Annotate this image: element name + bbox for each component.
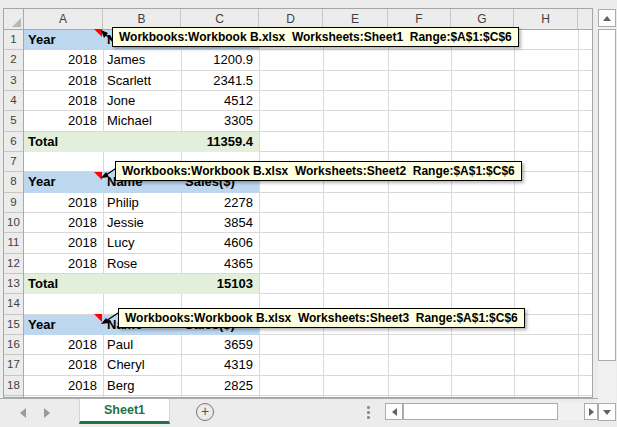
total-label-cell[interactable]: Total [24, 274, 103, 294]
column-header-c[interactable]: C [181, 9, 259, 29]
tab-sheet1[interactable]: Sheet1 [79, 399, 170, 424]
new-sheet-button[interactable]: + [196, 403, 214, 421]
table-row[interactable]: 2018 Philip 2278 [24, 193, 259, 213]
name-cell[interactable]: Philip [103, 193, 181, 213]
total-label-cell[interactable]: Total [24, 132, 103, 152]
column-header-a[interactable]: A [24, 9, 103, 29]
sales-cell[interactable]: 2278 [181, 193, 259, 213]
name-cell[interactable]: Jone [103, 91, 181, 111]
row-header[interactable]: 15 [4, 315, 23, 335]
tab-scrollbar-splitter[interactable] [367, 406, 370, 420]
gridline [578, 30, 579, 398]
sales-cell[interactable]: 3659 [181, 335, 259, 355]
sales-cell[interactable]: 4512 [181, 91, 259, 111]
table-row[interactable]: 2018 James 1200.9 [24, 50, 259, 70]
table-row[interactable]: 2018 Jone 4512 [24, 91, 259, 111]
table-row[interactable]: 2018 Cheryl 4319 [24, 355, 259, 375]
row-header[interactable]: 8 [4, 172, 23, 192]
scroll-down-button[interactable] [598, 403, 616, 421]
row-header[interactable]: 5 [4, 111, 23, 131]
next-sheet-icon [44, 408, 50, 418]
name-cell[interactable]: Berg [103, 376, 181, 396]
table-row[interactable]: 2018 Berg 2825 [24, 376, 259, 396]
scroll-right-button[interactable] [584, 403, 598, 420]
year-cell[interactable]: 2018 [24, 111, 103, 131]
row-header[interactable]: 16 [4, 335, 23, 355]
row-header[interactable]: 11 [4, 233, 23, 253]
sheet-nav-next-button[interactable] [41, 407, 53, 419]
name-cell[interactable]: Jessie [103, 213, 181, 233]
column-header-d[interactable]: D [259, 9, 323, 29]
scroll-right-icon [589, 408, 594, 416]
year-cell[interactable]: 2018 [24, 376, 103, 396]
name-cell[interactable]: Cheryl [103, 355, 181, 375]
row-header[interactable]: 1 [4, 30, 23, 50]
year-header-cell[interactable]: Year [24, 30, 103, 50]
gridline [323, 30, 324, 398]
column-header-partial[interactable] [578, 9, 593, 29]
row-header[interactable]: 6 [4, 132, 23, 152]
row-header[interactable]: 18 [4, 376, 23, 396]
row-header[interactable]: 14 [4, 294, 23, 314]
row-header[interactable]: 4 [4, 91, 23, 111]
table-row[interactable]: 2018 Scarlett 2341.5 [24, 71, 259, 91]
name-cell[interactable]: Michael [103, 111, 181, 131]
year-cell[interactable]: 2018 [24, 335, 103, 355]
year-cell[interactable]: 2018 [24, 50, 103, 70]
row-header[interactable]: 17 [4, 355, 23, 375]
scroll-left-button[interactable] [385, 403, 403, 420]
sheet-nav-prev-button[interactable] [17, 407, 29, 419]
name-cell[interactable]: Paul [103, 335, 181, 355]
table-row[interactable]: 2018 Lucy 4606 [24, 233, 259, 253]
vertical-scrollbar-thumb[interactable] [598, 29, 616, 361]
sales-cell[interactable]: 4365 [181, 254, 259, 274]
sales-cell[interactable]: 4319 [181, 355, 259, 375]
column-header-f[interactable]: F [388, 9, 451, 29]
vertical-scrollbar[interactable] [598, 9, 616, 421]
year-cell[interactable]: 2018 [24, 233, 103, 253]
scroll-up-button[interactable] [598, 9, 616, 27]
year-cell[interactable]: 2018 [24, 254, 103, 274]
column-header-h[interactable]: H [514, 9, 578, 29]
year-header-cell[interactable]: Year [24, 315, 103, 335]
name-cell[interactable]: Scarlett [103, 71, 181, 91]
year-cell[interactable]: 2018 [24, 355, 103, 375]
column-header-g[interactable]: G [451, 9, 514, 29]
name-cell[interactable]: Rose [103, 254, 181, 274]
total-row[interactable]: Total 11359.4 [24, 132, 259, 152]
year-cell[interactable]: 2018 [24, 71, 103, 91]
spreadsheet-grid: A B C D E F G H 1 2 3 4 5 6 7 8 9 10 11 … [3, 8, 593, 398]
name-cell[interactable]: Lucy [103, 233, 181, 253]
name-cell[interactable]: James [103, 50, 181, 70]
sales-cell[interactable]: 3854 [181, 213, 259, 233]
cell-area[interactable]: Year Name Sales($) 2018 James 1200.9 201… [24, 30, 593, 398]
row-header[interactable]: 7 [4, 152, 23, 172]
column-header-b[interactable]: B [103, 9, 181, 29]
year-cell[interactable]: 2018 [24, 91, 103, 111]
sales-cell[interactable]: 1200.9 [181, 50, 259, 70]
total-value-cell[interactable]: 11359.4 [181, 132, 259, 152]
table-row[interactable]: 2018 Jessie 3854 [24, 213, 259, 233]
horizontal-scrollbar[interactable] [385, 403, 598, 420]
column-header-e[interactable]: E [323, 9, 388, 29]
row-header[interactable]: 10 [4, 213, 23, 233]
sales-cell[interactable]: 3305 [181, 111, 259, 131]
sales-cell[interactable]: 4606 [181, 233, 259, 253]
total-value-cell[interactable]: 15103 [181, 274, 259, 294]
horizontal-scrollbar-thumb[interactable] [403, 403, 558, 420]
table-row[interactable]: 2018 Michael 3305 [24, 111, 259, 131]
total-row[interactable]: Total 15103 [24, 274, 259, 294]
year-cell[interactable]: 2018 [24, 213, 103, 233]
table-row[interactable]: 2018 Paul 3659 [24, 335, 259, 355]
year-header-cell[interactable]: Year [24, 172, 103, 192]
row-header[interactable]: 3 [4, 71, 23, 91]
year-cell[interactable]: 2018 [24, 193, 103, 213]
row-header[interactable]: 9 [4, 193, 23, 213]
table-row[interactable]: 2018 Rose 4365 [24, 254, 259, 274]
select-all-corner[interactable] [4, 9, 24, 30]
sales-cell[interactable]: 2825 [181, 376, 259, 396]
row-header[interactable]: 2 [4, 50, 23, 70]
row-header[interactable]: 13 [4, 274, 23, 294]
sales-cell[interactable]: 2341.5 [181, 71, 259, 91]
row-header[interactable]: 12 [4, 254, 23, 274]
